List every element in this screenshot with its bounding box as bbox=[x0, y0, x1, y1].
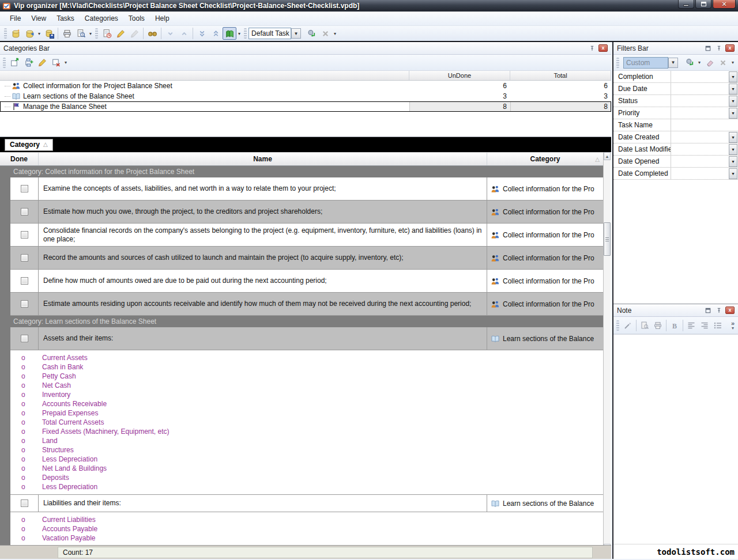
remove-filter-button[interactable] bbox=[716, 56, 730, 69]
toolbar-grip[interactable] bbox=[616, 58, 619, 68]
move-bottom-button[interactable] bbox=[195, 27, 209, 40]
categories-bar-close-button[interactable]: x bbox=[598, 44, 608, 52]
filter-value[interactable] bbox=[671, 95, 729, 107]
restore-button[interactable] bbox=[695, 0, 711, 9]
filter-value[interactable] bbox=[671, 131, 729, 143]
edit-task-button[interactable] bbox=[114, 27, 127, 40]
add-category-button[interactable] bbox=[7, 56, 21, 69]
apply-filter-caret-icon[interactable]: ▾ bbox=[696, 60, 702, 65]
toolbar-overflow-caret-icon[interactable]: ▾ bbox=[332, 31, 338, 36]
add-subcategory-button[interactable] bbox=[21, 56, 35, 69]
find-button[interactable] bbox=[145, 27, 159, 40]
grid-vertical-scrollbar[interactable]: ▲ ▼ bbox=[603, 152, 611, 552]
clear-template-button[interactable] bbox=[318, 27, 332, 40]
align-right-button[interactable] bbox=[698, 319, 711, 332]
apply-template-button[interactable] bbox=[304, 27, 318, 40]
print-preview-caret-icon[interactable]: ▾ bbox=[88, 31, 93, 36]
note-editor[interactable] bbox=[613, 334, 738, 544]
insert-template-button[interactable] bbox=[622, 319, 634, 332]
move-down-button[interactable] bbox=[163, 27, 177, 40]
menu-help[interactable]: Help bbox=[150, 12, 175, 25]
categories-name-column[interactable] bbox=[0, 71, 409, 80]
scroll-up-icon[interactable]: ▲ bbox=[604, 152, 611, 160]
filter-preset-dropdown[interactable]: ▼ bbox=[668, 58, 678, 68]
edit-category-button[interactable] bbox=[35, 56, 49, 69]
open-database-button[interactable] bbox=[22, 27, 36, 40]
filter-dropdown-button[interactable]: ▼ bbox=[729, 156, 737, 167]
categories-toolbar-overflow-icon[interactable]: ▾ bbox=[63, 60, 69, 65]
task-checkbox[interactable] bbox=[21, 300, 28, 308]
notes-view-toggle-button[interactable] bbox=[223, 27, 236, 40]
filter-dropdown-button[interactable]: ▼ bbox=[729, 108, 737, 119]
filter-dropdown-button[interactable]: ▼ bbox=[729, 84, 737, 94]
maximize-panel-icon[interactable] bbox=[703, 44, 713, 52]
filters-toolbar-overflow-icon[interactable]: ▾ bbox=[730, 60, 736, 65]
toolbar-grip[interactable] bbox=[616, 320, 619, 331]
move-top-button[interactable] bbox=[209, 27, 223, 40]
task-row[interactable]: Estimate how much you owe, through the p… bbox=[10, 200, 603, 224]
note-toolbar-more[interactable]: » ▾ bbox=[731, 320, 737, 331]
new-task-button[interactable] bbox=[100, 27, 114, 40]
default-task-combo-dropdown[interactable]: ▼ bbox=[291, 28, 301, 39]
toolbar-grip[interactable] bbox=[4, 28, 7, 39]
filter-value[interactable] bbox=[671, 71, 729, 82]
filter-preset-combo[interactable]: Custom bbox=[623, 57, 668, 69]
filters-bar-close-button[interactable]: x bbox=[725, 44, 735, 52]
align-left-button[interactable] bbox=[685, 319, 698, 332]
maximize-panel-icon[interactable] bbox=[703, 307, 713, 315]
note-print-button[interactable] bbox=[652, 319, 664, 332]
pin-icon[interactable] bbox=[714, 44, 724, 52]
delete-category-button[interactable] bbox=[49, 56, 63, 69]
notes-view-caret-icon[interactable]: ▾ bbox=[236, 31, 242, 36]
task-row[interactable]: Record the amounts and sources of cash u… bbox=[10, 247, 603, 270]
task-row[interactable]: Examine the concepts of assets, liabilit… bbox=[10, 177, 603, 200]
filter-value[interactable] bbox=[671, 168, 729, 179]
menu-tasks[interactable]: Tasks bbox=[51, 12, 80, 25]
filter-value[interactable] bbox=[671, 143, 729, 155]
category-row-learn[interactable]: Learn sections of the Balance Sheet 3 3 bbox=[0, 91, 611, 101]
task-row[interactable]: Define how much of amounts owed are due … bbox=[10, 270, 603, 293]
menu-file[interactable]: File bbox=[5, 12, 26, 25]
category-column-header[interactable]: Category △ bbox=[487, 153, 603, 165]
toolbar-grip[interactable] bbox=[95, 28, 98, 39]
note-close-button[interactable]: x bbox=[725, 307, 735, 314]
print-button[interactable] bbox=[60, 27, 74, 40]
bullet-list-button[interactable] bbox=[711, 319, 724, 332]
total-column-header[interactable]: Total bbox=[510, 71, 611, 80]
pin-icon[interactable] bbox=[588, 44, 597, 52]
filter-value[interactable] bbox=[671, 156, 729, 167]
task-row[interactable]: Estimate amounts residing upon accounts … bbox=[10, 293, 603, 316]
open-database-caret-icon[interactable]: ▾ bbox=[36, 31, 42, 36]
filter-dropdown-button[interactable]: ▼ bbox=[729, 96, 737, 107]
toolbar-grip[interactable] bbox=[244, 28, 247, 39]
task-checkbox[interactable] bbox=[21, 208, 28, 215]
delete-task-button[interactable] bbox=[127, 27, 141, 40]
task-checkbox[interactable] bbox=[21, 185, 28, 192]
category-row-collect[interactable]: Collect information for the Project Bala… bbox=[0, 81, 611, 91]
bold-button[interactable]: B bbox=[668, 319, 681, 332]
name-column-header[interactable]: Name bbox=[39, 153, 487, 165]
minimize-button[interactable] bbox=[678, 0, 694, 9]
task-checkbox[interactable] bbox=[21, 500, 28, 507]
filter-dropdown-button[interactable]: ▼ bbox=[729, 144, 737, 155]
group-row-collect[interactable]: − Category: Collect information for the … bbox=[0, 166, 603, 177]
task-row[interactable]: Consolidate financial records on the com… bbox=[10, 224, 603, 247]
filter-value[interactable] bbox=[671, 83, 729, 94]
task-row[interactable]: Assets and their items: Learn sections o… bbox=[10, 327, 603, 350]
close-button[interactable]: ✕ bbox=[713, 0, 736, 9]
group-by-chip[interactable]: Category △ bbox=[5, 139, 53, 151]
new-database-button[interactable] bbox=[9, 27, 22, 40]
task-checkbox[interactable] bbox=[21, 277, 28, 285]
task-checkbox[interactable] bbox=[21, 254, 28, 262]
menu-tools[interactable]: Tools bbox=[123, 12, 150, 25]
clear-filter-button[interactable] bbox=[702, 56, 716, 69]
filter-dropdown-button[interactable]: ▼ bbox=[729, 71, 737, 82]
filter-value[interactable] bbox=[671, 107, 729, 119]
task-checkbox[interactable] bbox=[21, 335, 28, 342]
filter-value[interactable] bbox=[671, 119, 738, 131]
apply-filter-button[interactable] bbox=[683, 56, 696, 69]
scrollbar-thumb[interactable] bbox=[604, 222, 611, 256]
move-up-button[interactable] bbox=[177, 27, 191, 40]
category-row-manage[interactable]: Manage the Balance Sheet 8 8 bbox=[0, 101, 611, 112]
menu-categories[interactable]: Categories bbox=[80, 12, 123, 25]
